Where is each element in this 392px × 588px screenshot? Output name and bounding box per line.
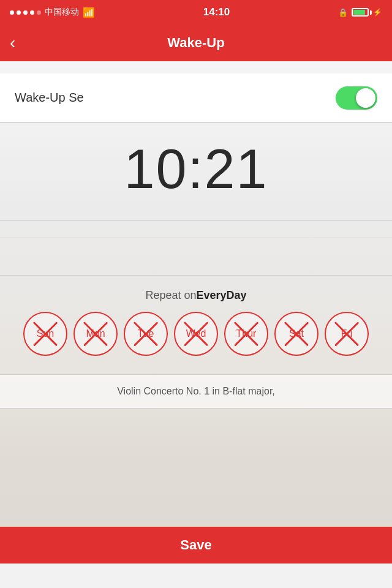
- status-time: 14:10: [203, 6, 230, 18]
- day-sat-label: Sat: [289, 328, 304, 339]
- repeat-value: EveryDay: [197, 289, 247, 301]
- day-thur[interactable]: Thur: [224, 312, 268, 356]
- day-sun-label: Sun: [37, 328, 54, 339]
- day-sun[interactable]: Sun: [23, 312, 67, 356]
- battery-bolt-icon: ⚡: [373, 8, 382, 17]
- day-wed[interactable]: Wed: [174, 312, 218, 356]
- day-mon[interactable]: Mon: [74, 312, 118, 356]
- nav-title: Wake-Up: [167, 35, 224, 51]
- wakeup-toggle-switch[interactable]: [336, 86, 377, 110]
- status-right: 🔒 ⚡: [338, 8, 382, 17]
- picker-line-top: [0, 220, 392, 221]
- wakeup-toggle-label: Wake-Up Se: [15, 91, 84, 105]
- days-row: Sun Mon Tue Wed Thur Sat Fri: [0, 312, 392, 368]
- repeat-label: Repeat onEveryDay: [145, 289, 246, 301]
- status-bar: 中国移动 📶 14:10 🔒 ⚡: [0, 0, 392, 24]
- save-button[interactable]: Save: [0, 527, 392, 564]
- nav-bar: ‹ Wake-Up: [0, 24, 392, 61]
- battery-icon: ⚡: [352, 8, 382, 17]
- signal-dots: [10, 10, 41, 15]
- picker-line-bottom: [0, 238, 392, 238]
- day-tue[interactable]: Tue: [124, 312, 168, 356]
- day-tue-label: Tue: [138, 328, 154, 339]
- day-fri[interactable]: Fri: [325, 312, 369, 356]
- day-sat[interactable]: Sat: [274, 312, 318, 356]
- repeat-prefix: Repeat on: [145, 289, 196, 301]
- song-title: Violin Concerto No. 1 in B-flat major,: [15, 386, 377, 397]
- day-thur-label: Thur: [236, 328, 257, 339]
- save-label: Save: [180, 537, 211, 553]
- toggle-knob: [356, 88, 375, 108]
- content-area: Wake-Up Se 10:21 Repeat onEveryDay Sun M…: [0, 61, 392, 564]
- lock-icon: 🔒: [338, 8, 348, 17]
- picker-lines: [0, 220, 392, 269]
- back-button[interactable]: ‹: [10, 34, 15, 51]
- time-display[interactable]: 10:21: [0, 141, 392, 197]
- time-section: 10:21: [0, 123, 392, 209]
- status-left: 中国移动 📶: [10, 7, 95, 18]
- wifi-icon: 📶: [83, 7, 95, 18]
- day-wed-label: Wed: [186, 328, 206, 339]
- repeat-section: Repeat onEveryDay: [0, 276, 392, 312]
- day-mon-label: Mon: [86, 328, 105, 339]
- day-fri-label: Fri: [341, 328, 353, 339]
- wakeup-toggle-row: Wake-Up Se: [0, 74, 392, 123]
- song-section[interactable]: Violin Concerto No. 1 in B-flat major,: [0, 374, 392, 409]
- carrier-label: 中国移动: [45, 7, 79, 18]
